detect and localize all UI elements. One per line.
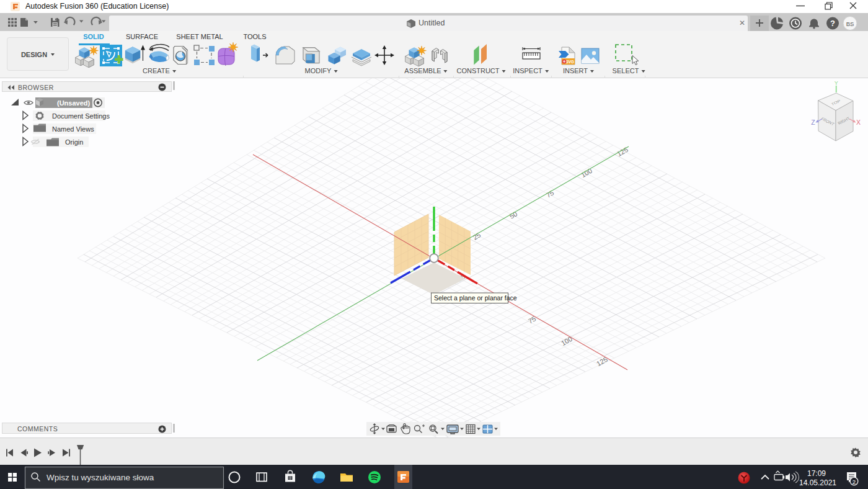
svg-text:125: 125 [595,356,609,368]
svg-text:75: 75 [527,315,538,325]
svg-text:Y: Y [835,80,838,86]
svg-text:?: ? [830,19,835,28]
svg-text:Z: Z [811,119,815,126]
svg-text:(Unsaved): (Unsaved) [57,99,91,107]
svg-text:Named Views: Named Views [52,125,94,133]
svg-text:100: 100 [580,167,593,179]
svg-text:Wpisz tu wyszukiwane słowa: Wpisz tu wyszukiwane słowa [46,473,154,482]
svg-text:100: 100 [560,335,574,348]
svg-text:BS: BS [846,20,854,27]
svg-text:14.05.2021: 14.05.2021 [799,478,836,487]
svg-text:X: X [856,119,861,126]
svg-text:Select a plane or planar face: Select a plane or planar face [434,294,517,302]
svg-text:Document Settings: Document Settings [52,112,110,120]
svg-text:17:09: 17:09 [807,469,826,478]
svg-text:2: 2 [852,478,856,485]
svg-text:SVG: SVG [565,60,574,64]
svg-text:Origin: Origin [65,138,83,146]
